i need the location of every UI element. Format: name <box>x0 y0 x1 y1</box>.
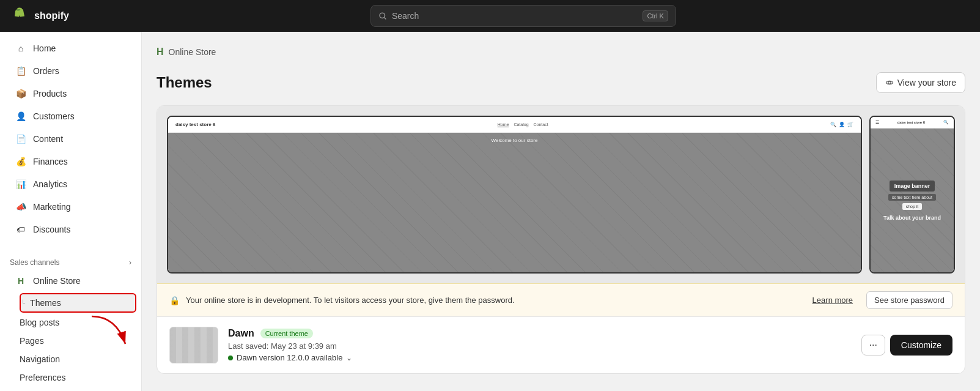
shopify-logo: shopify <box>10 6 69 26</box>
sidebar-subitem-blog-posts[interactable]: Blog posts <box>20 314 136 331</box>
search-placeholder: Search <box>392 11 419 21</box>
preview-search-icon: 🔍 <box>830 122 836 127</box>
sidebar-item-content-label: Content <box>33 134 63 144</box>
preview-talk-brand: Talk about your brand <box>883 215 941 221</box>
sidebar-subitem-navigation-label: Navigation <box>20 354 60 364</box>
view-store-button[interactable]: View your store <box>876 72 965 93</box>
sidebar-item-marketing-label: Marketing <box>33 202 70 212</box>
sidebar-item-marketing[interactable]: 📣 Marketing <box>5 196 136 218</box>
svg-point-3 <box>888 81 891 84</box>
sidebar-subitem-preferences-label: Preferences <box>20 373 65 382</box>
sidebar-item-products[interactable]: 📦 Products <box>5 83 136 105</box>
sidebar-item-home[interactable]: ⌂ Home <box>5 37 136 59</box>
page-header: Themes View your store <box>157 72 965 93</box>
dev-banner: 🔒 Your online store is in development. T… <box>157 283 965 316</box>
content-icon: 📄 <box>15 133 27 145</box>
shopify-logo-text: shopify <box>34 10 69 21</box>
dev-banner-message: Your online store is in development. To … <box>186 296 806 305</box>
preview-store-name: daisy test store 6 <box>175 122 215 127</box>
sidebar-subitem-blog-posts-label: Blog posts <box>20 318 59 327</box>
sidebar-subitem-themes[interactable]: └ Themes <box>20 293 136 313</box>
themes-indent-icon: └ <box>21 300 25 307</box>
home-icon: ⌂ <box>15 42 27 54</box>
sidebar-item-content[interactable]: 📄 Content <box>5 128 136 150</box>
discounts-icon: 🏷 <box>15 223 27 236</box>
nav-home: Home <box>498 122 509 127</box>
more-options-button[interactable]: ··· <box>861 335 885 356</box>
preview-mobile-icons: 🔍 <box>943 120 949 125</box>
preview-mobile-store-name: daisy test store 6 <box>897 121 925 124</box>
nav-contact: Contact <box>534 122 548 127</box>
view-store-label: View your store <box>897 78 956 88</box>
app-body: ⌂ Home 📋 Orders 📦 Products 👤 Customers 📄… <box>0 32 980 391</box>
eye-icon <box>885 78 894 87</box>
online-store-icon: H <box>15 275 27 287</box>
sidebar-item-orders-label: Orders <box>33 66 59 76</box>
theme-version-row: Dawn version 12.0.0 available ⌄ <box>228 353 852 362</box>
sales-channels-label: Sales channels <box>10 258 59 267</box>
sidebar-item-online-store-label: Online Store <box>33 276 81 286</box>
sidebar-subitem-pages-label: Pages <box>20 336 44 346</box>
search-bar[interactable]: Search Ctrl K <box>370 5 676 27</box>
preview-mobile: ☰ daisy test store 6 🔍 Image banner some… <box>869 116 955 274</box>
topbar: shopify Search Ctrl K <box>0 0 980 32</box>
sidebar-item-finances-label: Finances <box>33 157 68 166</box>
products-icon: 📦 <box>15 88 27 100</box>
version-chevron-icon[interactable]: ⌄ <box>346 354 352 362</box>
nav-catalog: Catalog <box>514 122 528 127</box>
sidebar-subitem-preferences[interactable]: Preferences <box>20 369 136 386</box>
search-icon <box>378 12 387 20</box>
lock-icon: 🔒 <box>169 296 180 305</box>
sidebar-item-orders[interactable]: 📋 Orders <box>5 60 136 82</box>
current-theme-badge: Current theme <box>260 329 313 338</box>
sidebar-subitem-pages[interactable]: Pages <box>20 332 136 349</box>
sales-channels-expand-icon[interactable]: › <box>129 258 131 267</box>
theme-card: daisy test store 6 Home Catalog Contact … <box>157 105 965 374</box>
orders-icon: 📋 <box>15 65 27 77</box>
theme-saved: Last saved: May 23 at 9:39 am <box>228 341 852 351</box>
preview-mobile-bar: ☰ daisy test store 6 🔍 <box>871 117 954 128</box>
breadcrumb: H Online Store <box>157 47 965 58</box>
theme-info-row: Dawn Current theme Last saved: May 23 at… <box>157 316 965 373</box>
preview-cta: shop it <box>902 203 923 210</box>
sidebar-item-discounts[interactable]: 🏷 Discounts <box>5 218 136 240</box>
svg-line-1 <box>384 17 385 18</box>
see-password-button[interactable]: See store password <box>866 291 952 309</box>
version-dot <box>228 356 233 360</box>
preview-mobile-menu-icon: ☰ <box>875 120 879 125</box>
preview-desktop-nav: Home Catalog Contact <box>498 122 548 127</box>
preview-desktop-icons: 🔍 👤 🛒 <box>830 122 853 127</box>
analytics-icon: 📊 <box>15 178 27 190</box>
preview-desktop-body: Welcome to our store <box>168 133 861 272</box>
theme-version: Dawn version 12.0.0 available <box>237 353 342 362</box>
preview-mobile-subtext: some text here about <box>888 194 936 201</box>
breadcrumb-text: Online Store <box>169 47 216 57</box>
sales-channels-section: Sales channels › <box>0 251 141 269</box>
sidebar-item-customers[interactable]: 👤 Customers <box>5 105 136 127</box>
preview-user-icon: 👤 <box>839 122 845 127</box>
preview-desktop-bar: daisy test store 6 Home Catalog Contact … <box>168 117 861 133</box>
sidebar-item-products-label: Products <box>33 89 67 99</box>
sidebar-item-analytics-label: Analytics <box>33 179 67 189</box>
sidebar-item-online-store[interactable]: H Online Store <box>5 270 136 292</box>
customers-icon: 👤 <box>15 110 27 122</box>
learn-more-link[interactable]: Learn more <box>812 296 853 305</box>
main-content: H Online Store Themes View your store d <box>142 32 980 391</box>
sidebar-item-home-label: Home <box>33 43 56 53</box>
sidebar-item-finances[interactable]: 💰 Finances <box>5 151 136 173</box>
themes-subitem-wrapper: └ Themes <box>0 292 141 313</box>
theme-thumbnail <box>169 327 218 363</box>
marketing-icon: 📣 <box>15 201 27 213</box>
theme-name: Dawn <box>228 328 254 339</box>
theme-details: Dawn Current theme Last saved: May 23 at… <box>228 328 852 362</box>
sidebar-subitem-navigation[interactable]: Navigation <box>20 351 136 368</box>
sidebar: ⌂ Home 📋 Orders 📦 Products 👤 Customers 📄… <box>0 32 142 391</box>
sidebar-item-analytics[interactable]: 📊 Analytics <box>5 173 136 195</box>
search-shortcut: Ctrl K <box>643 10 668 21</box>
sidebar-item-discounts-label: Discounts <box>33 225 70 234</box>
page-title: Themes <box>157 74 212 91</box>
customize-button[interactable]: Customize <box>890 335 952 356</box>
breadcrumb-icon: H <box>157 47 164 58</box>
preview-image-banner: Image banner <box>890 181 935 192</box>
theme-actions: ··· Customize <box>861 335 952 356</box>
